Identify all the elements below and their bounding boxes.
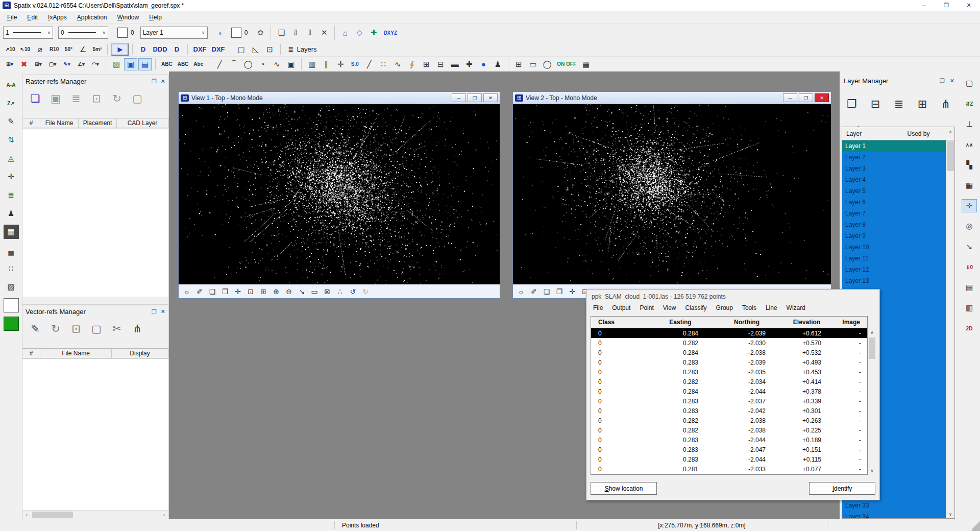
delete-red-icon[interactable]: ✖ [17,58,31,70]
table-row[interactable]: 0 0.281 -2.033 +0.077 - [591,464,867,474]
float-panel-icon[interactable]: ❐ [152,78,157,85]
dlg-menu-view[interactable]: View [658,303,681,313]
menu-edit[interactable]: Edit [22,12,43,22]
view-settings-icon[interactable]: ☼ [515,286,527,297]
import-raster-icon[interactable]: ⇩ [289,27,302,39]
layer-window-icon[interactable]: ⊞ [913,95,932,113]
zoom-window-icon[interactable]: ⊞ [257,286,270,297]
copy-front-icon[interactable]: ❐ [219,286,231,297]
layers-button[interactable]: ≣ Layers [284,44,321,54]
add-rect-icon[interactable]: ⊞▾ [32,58,45,70]
linestyle-combo[interactable]: 0 ∨ [58,27,108,39]
layer-row[interactable]: Layer 1 [842,140,946,152]
dlg-menu-line[interactable]: Line [761,303,782,313]
view-minimize-button[interactable]: ─ [783,93,797,102]
table-row[interactable]: 0 0.284 -2.044 +0.378 - [591,387,867,396]
raster-layers-icon[interactable]: ≣ [67,90,85,107]
dxf-export-icon[interactable]: DXF [191,43,209,56]
vector-refresh-icon[interactable]: ↻ [47,320,64,337]
table-row[interactable]: 0 0.282 -2.034 +0.414 - [591,377,867,387]
dropper-icon[interactable]: ✎▾ [60,58,74,70]
menu-file[interactable]: File [2,12,22,22]
identify-button[interactable]: Identify [809,482,875,495]
layer-row[interactable]: Layer 34 [842,511,946,518]
georeference-home-icon[interactable]: ⌂ [338,27,352,39]
redo-icon[interactable]: ↻ [359,286,372,297]
color-swatch[interactable] [117,28,128,38]
resize-grip[interactable] [972,519,980,531]
menu-ixapps[interactable]: IxApps [43,12,72,22]
dlg-menu-output[interactable]: Output [607,303,635,313]
view-close-button[interactable]: ✕ [815,93,829,102]
label-ab-icon[interactable]: ABC [176,58,191,70]
view-close-button[interactable]: ✕ [483,93,498,102]
vector-cut-icon[interactable]: ✂ [108,320,126,337]
vector-select-icon[interactable]: ▢ [88,320,105,337]
shading-sphere-icon[interactable]: ◑ [213,27,226,39]
image-view-icon[interactable]: ▣ [124,58,137,70]
corner-arrow-icon[interactable]: ↘ [962,240,977,253]
scroll-down-icon[interactable]: ∨ [870,467,874,475]
section-line-icon[interactable]: A-A [4,78,19,92]
column-section-icon[interactable]: ▥ [305,58,318,70]
raster-image-icon[interactable]: ▣ [47,90,64,107]
dlg-menu-point[interactable]: Point [635,303,658,313]
layer-row[interactable]: Layer 33 [842,500,946,511]
dlg-menu-wizard[interactable]: Wizard [782,303,810,313]
onoff-toggle-icon[interactable]: ON OFF [555,58,578,70]
dashed-tile-icon[interactable]: ▢ [962,77,977,90]
walker-icon[interactable]: ♟ [4,206,19,221]
scrollbar-thumb[interactable] [947,141,954,171]
layer-row[interactable]: Layer 12 [842,264,946,275]
gps-person-icon[interactable]: ♟ [491,58,504,70]
layer-row[interactable]: Layer 6 [842,197,946,208]
table-row[interactable]: 0 0.283 -2.047 +0.151 - [591,445,867,454]
menu-application[interactable]: Application [72,12,112,22]
layer-checkbox-icon[interactable]: ⊟ [866,95,885,113]
grid-tile-icon[interactable]: ▦ [4,225,19,239]
layer-row[interactable]: Layer 13 [842,275,946,286]
copy-back-icon[interactable]: ❏ [541,286,553,297]
delete-reference-icon[interactable]: ✕ [317,27,331,39]
layer-row[interactable]: Layer 11 [842,253,946,264]
dot-grid-icon[interactable]: ∷ [4,261,19,276]
monitor-icon[interactable]: ▬ [448,58,461,70]
scrollbar-thumb[interactable] [32,512,73,518]
frame-rect-icon[interactable]: ▭ [526,58,540,70]
raster-frame-icon[interactable]: ⊡ [88,90,105,107]
arc-tool-icon[interactable]: ◔ [256,58,269,70]
float-panel-icon[interactable]: ❐ [940,78,945,84]
layers-stack-icon[interactable]: ≣ [4,188,19,202]
select-scale-icon[interactable]: ⊡ [263,43,277,56]
layer-row[interactable]: Layer 4 [842,174,946,185]
raster-list-body[interactable] [22,128,168,297]
view-options-icon[interactable]: ∴ [334,286,346,297]
view-restore-button[interactable]: ❐ [799,93,813,102]
hatch-m-icon[interactable]: ∧∧ [962,138,977,151]
station-offset-icon[interactable]: S.0 [348,58,361,70]
layer-col-header[interactable]: ˆ Layer [842,127,891,140]
clip-rect-icon[interactable]: ▭ [308,286,321,297]
add-cell-icon[interactable]: ⊞▾ [3,58,16,70]
grid3d-icon[interactable]: ▚ [962,158,977,172]
cross-add-icon[interactable]: ✚ [462,58,476,70]
play-button[interactable]: ▶ [111,43,129,56]
mono-image-icon[interactable]: ▧ [110,58,123,70]
axis-move-icon[interactable]: ↘ [296,286,308,297]
dlg-menu-tools[interactable]: Tools [738,303,761,313]
active-layer-combo[interactable]: Layer 1 ∨ [140,27,208,39]
table-row[interactable]: 0 0.282 -2.038 +0.263 - [591,416,867,425]
layer-row[interactable]: Layer 5 [842,185,946,197]
hatch-tile-icon[interactable]: ▨ [4,280,19,294]
wave-icon[interactable]: ∿ [391,58,404,70]
angle-tool-icon[interactable]: ∠▾ [75,58,88,70]
hatch-grid-icon[interactable]: ▦ [579,58,593,70]
vector-edit-icon[interactable]: ✎ [27,320,44,337]
slope-plane-icon[interactable]: ◇ [353,27,366,39]
measure-radius-icon[interactable]: R10 [47,43,61,56]
transparency-swatch[interactable] [231,28,241,38]
layer-row[interactable]: Layer 7 [842,208,946,219]
measure-angle-icon[interactable]: 50° [62,43,75,56]
dlg-menu-file[interactable]: File [589,303,607,313]
green-swatch[interactable] [4,317,19,331]
